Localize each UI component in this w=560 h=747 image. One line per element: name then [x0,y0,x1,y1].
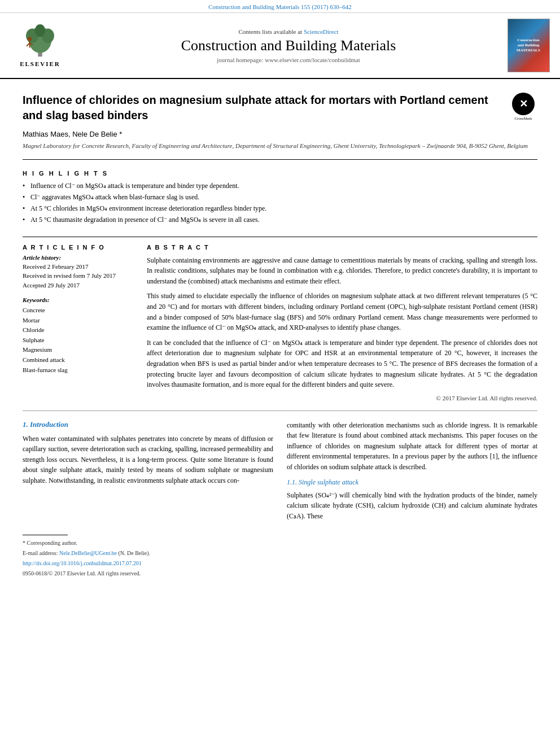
abstract-para-2: This study aimed to elucidate especially… [147,291,537,333]
intro-para-2: comitantly with other deterioration mech… [287,420,537,473]
highlight-item: At 5 °C thaumasite degradation in presen… [23,215,537,225]
intro-number: 1. [23,420,28,429]
journal-title-area: Contents lists available at ScienceDirec… [77,19,500,72]
introduction-heading: 1. Introduction [23,420,273,429]
subsection-text: Sulphates (SO₄²⁻) will chemically bind w… [287,490,537,522]
keyword-item: Blast-furnace slag [23,365,135,375]
keywords-group: Keywords: Concrete Mortar Chloride Sulph… [23,296,135,375]
accepted: Accepted 29 July 2017 [23,281,135,290]
science-direct-link[interactable]: ScienceDirect [304,28,339,35]
highlights-section: H I G H L I G H T S Influence of Cl⁻ on … [23,165,537,230]
authors-line: Mathias Maes, Nele De Belie * [23,130,537,138]
abstract-para-3: It can be concluded that the influence o… [147,338,537,390]
elsevier-label: ELSEVIER [20,60,60,67]
article-history: Article history: Received 2 February 201… [23,254,135,290]
page-footer: * Corresponding author. E-mail address: … [0,535,560,588]
footer-issn: 0950-0618/© 2017 Elsevier Ltd. All right… [23,569,537,578]
footer-corresponding: * Corresponding author. [23,539,537,547]
highlight-item: Cl⁻ aggravates MgSO₄ attack when blast-f… [23,193,537,202]
journal-homepage: journal homepage: www.elsevier.com/locat… [217,56,360,63]
body-right: comitantly with other deterioration mech… [287,420,537,526]
article-title-section: Influence of chlorides on magnesium sulp… [23,79,537,130]
journal-cover: Constructionand BuildingMATERIALS [506,19,551,72]
divider-1 [23,159,537,160]
highlights-label: H I G H L I G H T S [23,170,537,177]
keyword-item: Mortar [23,316,135,326]
abstract-para-1: Sulphate containing environments are agg… [147,255,537,287]
keyword-item: Concrete [23,305,135,316]
body-two-col: 1. Introduction When water contaminated … [23,420,537,526]
copyright-line: © 2017 Elsevier Ltd. All rights reserved… [147,395,537,401]
doi-text: Construction and Building Materials 155 … [208,3,352,10]
doi-bar: Construction and Building Materials 155 … [0,0,560,13]
svg-point-5 [28,37,32,41]
footer-divider [23,535,68,535]
highlight-item: At 5 °C chlorides in MgSO₄ environment i… [23,204,537,213]
science-direct-prefix: Contents lists available at [238,28,303,35]
abstract-col: A B S T R A C T Sulphate containing envi… [147,244,537,401]
subsection-heading: 1.1. Single sulphate attack [287,478,537,487]
keywords-label: Keywords: [23,296,135,303]
crossmark-logo[interactable]: ✕ CrossMark [509,93,537,121]
intro-title: Introduction [30,420,68,429]
email-link[interactable]: Nele.DeBelie@UGent.be [59,550,117,556]
section-divider-1 [23,410,537,411]
corresponding-note: * Corresponding author. [23,540,77,546]
cover-image: Constructionand BuildingMATERIALS [508,19,550,72]
journal-name: Construction and Building Materials [181,37,396,54]
authors-text: Mathias Maes, Nele De Belie * [23,130,122,138]
footer-doi: http://dx.doi.org/10.1016/j.conbuildmat.… [23,559,537,567]
revised: Received in revised form 7 July 2017 [23,271,135,281]
email-suffix: (N. De Belie). [118,550,150,556]
keyword-item: Combined attack [23,355,135,365]
keywords-list: Concrete Mortar Chloride Sulphate Magnes… [23,305,135,375]
elsevier-logo: ELSEVIER [9,19,71,72]
elsevier-tree-icon [18,24,63,58]
history-label: Article history: [23,254,135,261]
subsection-number: 1.1. [287,478,297,486]
affiliation-line: Magnel Laboratory for Concrete Research,… [23,142,537,150]
crossmark-circle: ✕ [512,93,535,115]
homepage-prefix: journal homepage: [217,56,265,63]
homepage-url: www.elsevier.com/locate/conbuildmat [265,56,360,63]
abstract-label: A B S T R A C T [147,244,537,251]
intro-para-1: When water contaminated with sulphates p… [23,434,273,486]
article-title: Influence of chlorides on magnesium sulp… [23,93,509,123]
highlight-item: Influence of Cl⁻ on MgSO₄ attack is temp… [23,181,537,191]
crossmark-icon: ✕ [519,98,528,110]
svg-point-4 [35,24,45,37]
subsection-title: Single sulphate attack [299,478,358,486]
article-info-label: A R T I C L E I N F O [23,244,135,251]
keyword-item: Chloride [23,325,135,335]
received: Received 2 February 2017 [23,262,135,272]
article-info-abstract: A R T I C L E I N F O Article history: R… [23,244,537,401]
main-content: Influence of chlorides on magnesium sulp… [0,79,560,526]
page-wrapper: Construction and Building Materials 155 … [0,0,560,588]
doi-link[interactable]: http://dx.doi.org/10.1016/j.conbuildmat.… [23,560,142,566]
abstract-text: Sulphate containing environments are agg… [147,255,537,390]
keyword-item: Magnesium [23,345,135,355]
cover-image-text: Constructionand BuildingMATERIALS [517,38,540,53]
article-info-col: A R T I C L E I N F O Article history: R… [23,244,135,401]
crossmark-label: CrossMark [514,116,532,121]
footer-email: E-mail address: Nele.DeBelie@UGent.be (N… [23,549,537,557]
body-left: 1. Introduction When water contaminated … [23,420,273,526]
journal-header: ELSEVIER Contents lists available at Sci… [0,13,560,79]
science-direct-line: Contents lists available at ScienceDirec… [238,28,338,35]
received-date: Received 2 February 2017 Received in rev… [23,262,135,290]
highlights-list: Influence of Cl⁻ on MgSO₄ attack is temp… [23,181,537,224]
keyword-item: Sulphate [23,335,135,346]
divider-2 [23,237,537,237]
email-label: E-mail address: [23,550,58,556]
